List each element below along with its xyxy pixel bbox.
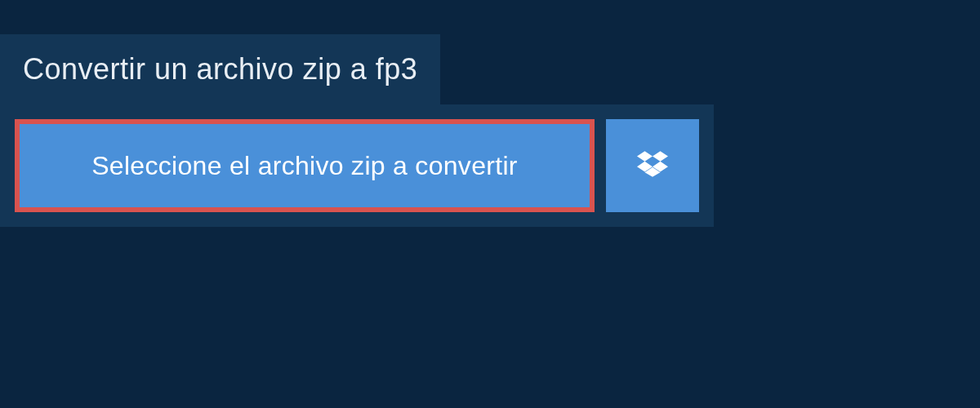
dropbox-icon xyxy=(637,149,668,183)
page-title-tab: Convertir un archivo zip a fp3 xyxy=(0,34,440,104)
select-file-button[interactable]: Seleccione el archivo zip a convertir xyxy=(15,119,595,212)
select-file-label: Seleccione el archivo zip a convertir xyxy=(91,151,518,181)
page-title: Convertir un archivo zip a fp3 xyxy=(23,52,417,86)
dropbox-button[interactable] xyxy=(606,119,699,212)
upload-panel: Seleccione el archivo zip a convertir xyxy=(0,104,714,227)
